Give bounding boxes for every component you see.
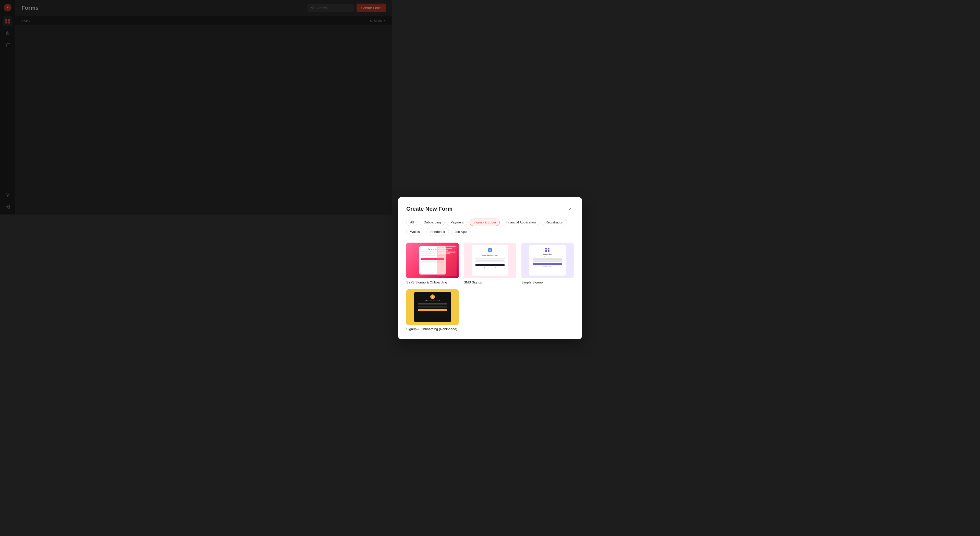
modal-overlay[interactable]: Create New Form × All Onboarding Payment… — [0, 0, 392, 214]
